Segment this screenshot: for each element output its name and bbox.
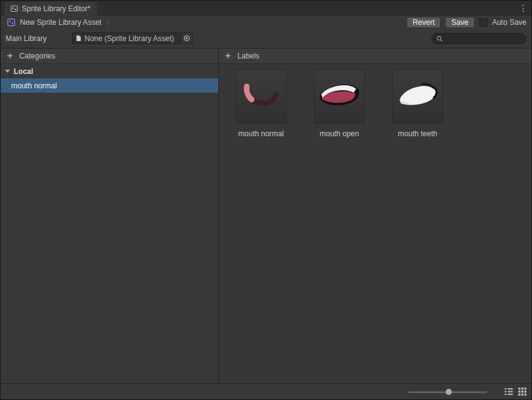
category-item-mouth-normal[interactable]: mouth normal [1,78,218,93]
labels-header: + Labels [219,49,531,64]
search-input[interactable] [446,34,521,43]
tab-sprite-library-editor[interactable]: Sprite Library Editor* [4,2,97,16]
toolbar-actions: Revert Save Auto Save [406,17,531,28]
category-item-label: mouth normal [11,81,57,90]
category-group-local[interactable]: Local [1,64,218,78]
sprite-thumbnail-mouth-normal[interactable] [236,69,287,124]
kebab-menu-icon[interactable]: ⋮ [518,2,529,14]
labels-title: Labels [237,52,259,60]
label-item-text: mouth normal [238,129,283,138]
main-library-label: Main Library [6,34,47,43]
view-mode-buttons [504,387,527,396]
labels-grid: mouth normal mouth open [219,64,531,143]
auto-save-checkbox[interactable] [479,18,488,27]
categories-panel: + Categories Local mouth normal [1,49,219,383]
sprite-library-editor-icon [11,5,18,12]
categories-title: Categories [19,52,55,60]
mouth-normal-sprite-image [239,74,283,119]
breadcrumb-toolbar: New Sprite Library Asset Revert Save Aut… [1,16,531,29]
save-button[interactable]: Save [445,17,474,28]
label-item-text: mouth open [319,129,359,138]
category-group-label: Local [14,67,33,76]
main-library-row: Main Library None (Sprite Library Asset) [1,29,531,48]
grid-view-icon[interactable] [518,387,527,396]
mouth-open-sprite-image [317,74,362,119]
label-item-mouth-normal[interactable]: mouth normal [229,69,293,138]
breadcrumb-asset-name: New Sprite Library Asset [20,18,101,27]
categories-header: + Categories [1,49,218,64]
label-item-text: mouth teeth [398,129,437,138]
thumbnail-zoom-slider[interactable] [408,391,487,393]
breadcrumb[interactable]: New Sprite Library Asset [1,18,111,27]
labels-panel: + Labels mouth normal [219,49,531,383]
main-library-object-field[interactable]: None (Sprite Library Asset) [72,32,193,44]
object-picker-target-icon [183,35,190,42]
object-field-body[interactable]: None (Sprite Library Asset) [72,32,181,44]
main-panels: + Categories Local mouth normal + Labels [1,48,531,383]
auto-save-label: Auto Save [492,18,526,27]
revert-button[interactable]: Revert [406,17,441,28]
mouth-teeth-sprite-image [395,74,440,119]
add-label-button[interactable]: + [225,52,231,60]
sprite-thumbnail-mouth-open[interactable] [314,69,365,124]
breadcrumb-chevron-icon [107,19,111,26]
search-field[interactable] [431,33,526,44]
zoom-slider-handle[interactable] [446,389,452,395]
tab-bar: Sprite Library Editor* ⋮ [1,1,531,16]
sprite-library-asset-icon [7,18,16,27]
object-field-value: None (Sprite Library Asset) [85,34,174,43]
search-icon [436,35,443,42]
list-view-icon[interactable] [504,387,513,396]
sprite-thumbnail-mouth-teeth[interactable] [392,69,443,124]
object-picker-button[interactable] [181,32,193,44]
tab-title: Sprite Library Editor* [22,4,91,13]
asset-file-icon [76,35,81,42]
label-item-mouth-teeth[interactable]: mouth teeth [385,69,450,138]
bottom-bar [1,383,531,399]
foldout-arrow-icon[interactable] [5,70,10,73]
sprite-library-editor-window: Sprite Library Editor* ⋮ New Sprite Libr… [0,0,532,400]
label-item-mouth-open[interactable]: mouth open [307,69,372,138]
add-category-button[interactable]: + [7,52,13,60]
